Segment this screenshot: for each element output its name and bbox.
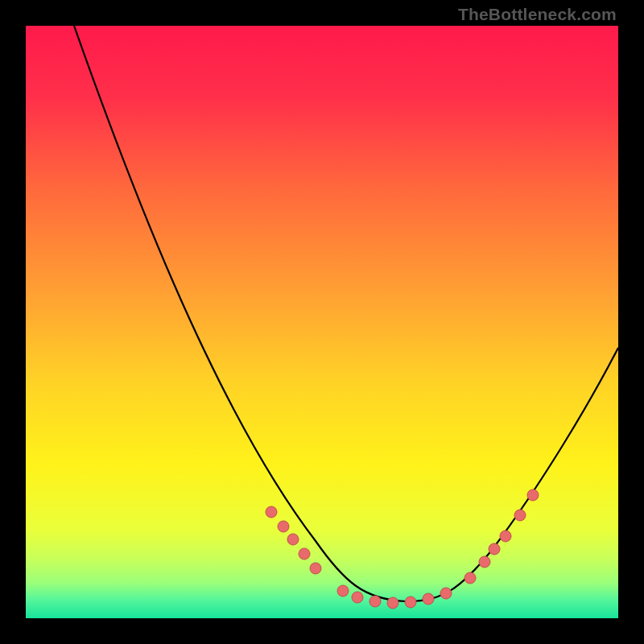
watermark-text: TheBottleneck.com xyxy=(458,5,617,24)
chart-frame xyxy=(26,26,618,618)
svg-rect-0 xyxy=(26,26,618,618)
background-gradient xyxy=(26,26,618,618)
